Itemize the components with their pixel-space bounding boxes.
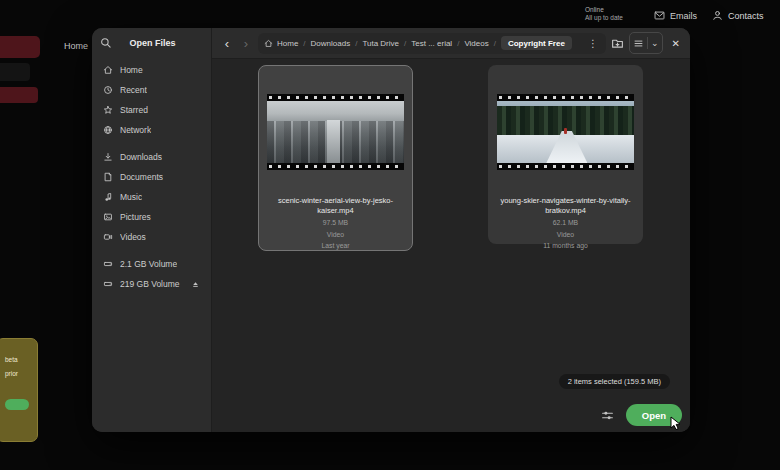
- filmstrip-bottom: [267, 163, 404, 170]
- background-list-item[interactable]: [0, 63, 30, 81]
- sidebar-item-volume-2gb[interactable]: 2.1 GB Volume: [98, 254, 205, 274]
- view-switcher: ⌄: [629, 32, 663, 54]
- search-button[interactable]: [100, 37, 112, 49]
- file-card-scenic-winter[interactable]: scenic-winter-aerial-view-by-jesko-kaise…: [258, 65, 413, 251]
- eject-icon[interactable]: [191, 280, 200, 289]
- file-type: Video: [494, 231, 637, 240]
- breadcrumb-home[interactable]: Home: [264, 39, 298, 48]
- envelope-icon: [654, 10, 665, 21]
- list-view-button[interactable]: [633, 38, 644, 49]
- sidebar-label: Videos: [120, 232, 146, 242]
- selection-status-badge: 2 items selected (159.5 MB): [559, 374, 670, 389]
- file-chooser-main: ‹ › Home / Downloads / Tuta Drive / Test…: [212, 28, 690, 432]
- filmstrip-top: [267, 94, 404, 101]
- breadcrumb-downloads[interactable]: Downloads: [311, 39, 351, 48]
- sidebar-label: Documents: [120, 172, 163, 182]
- breadcrumb-tuta-drive[interactable]: Tuta Drive: [362, 39, 399, 48]
- view-options-chevron[interactable]: ⌄: [651, 39, 659, 48]
- file-name: young-skier-navigates-winter-by-vitally-…: [494, 196, 637, 216]
- file-modified: Last year: [264, 242, 407, 251]
- contacts-label: Contacts: [728, 11, 764, 21]
- drive-icon: [103, 259, 113, 269]
- drive-icon: [103, 279, 113, 289]
- document-icon: [103, 172, 113, 182]
- home-icon: [264, 39, 273, 48]
- open-button[interactable]: Open: [626, 404, 682, 426]
- video-thumbnail: [267, 94, 404, 170]
- sidebar-label: Network: [120, 125, 151, 135]
- new-folder-button[interactable]: [611, 37, 624, 50]
- background-selected-item[interactable]: [0, 36, 40, 58]
- sidebar-item-home[interactable]: Home: [98, 60, 205, 80]
- thumbnail-image-aerial-city: [267, 101, 404, 163]
- person-icon: [712, 10, 723, 21]
- breadcrumb-separator: /: [494, 39, 496, 48]
- file-size: 97.5 MB: [264, 219, 407, 228]
- search-icon: [100, 37, 112, 49]
- close-dialog-button[interactable]: ✕: [670, 38, 682, 49]
- sidebar-item-videos[interactable]: Videos: [98, 227, 205, 247]
- video-camera-icon: [103, 232, 113, 242]
- file-modified: 11 months ago: [494, 242, 637, 251]
- sidebar-label: 219 GB Volume: [120, 279, 180, 289]
- emails-label: Emails: [670, 11, 697, 21]
- sidebar-places: Home Recent Starred Network Downloads Do…: [92, 58, 211, 296]
- sidebar-item-music[interactable]: Music: [98, 187, 205, 207]
- sidebar-item-downloads[interactable]: Downloads: [98, 147, 205, 167]
- background-home-tab[interactable]: Home: [64, 41, 88, 51]
- breadcrumb-label: Home: [277, 39, 298, 48]
- file-name: scenic-winter-aerial-view-by-jesko-kaise…: [264, 196, 407, 216]
- breadcrumb-separator: /: [355, 39, 357, 48]
- background-selected-item-2[interactable]: [0, 87, 38, 103]
- sidebar-label: Pictures: [120, 212, 151, 222]
- list-view-icon: [633, 38, 644, 49]
- notice-panel: beta prior: [0, 338, 38, 442]
- forward-button[interactable]: ›: [239, 37, 253, 50]
- sidebar-item-volume-219gb[interactable]: 219 GB Volume: [98, 274, 205, 294]
- video-thumbnail: [497, 94, 634, 170]
- network-icon: [103, 125, 113, 135]
- thumbnail-image-skier-forest: [497, 101, 634, 163]
- breadcrumb-test-material[interactable]: Test ... erial: [411, 39, 452, 48]
- sidebar-item-recent[interactable]: Recent: [98, 80, 205, 100]
- contacts-button[interactable]: Contacts: [706, 9, 770, 22]
- breadcrumb-separator: /: [303, 39, 305, 48]
- dialog-title: Open Files: [112, 38, 193, 48]
- download-icon: [103, 152, 113, 162]
- file-card-young-skier[interactable]: young-skier-navigates-winter-by-vitally-…: [488, 65, 643, 244]
- sidebar-item-starred[interactable]: Starred: [98, 100, 205, 120]
- star-icon: [103, 105, 113, 115]
- divider: [647, 37, 648, 49]
- sidebar-label: Music: [120, 192, 142, 202]
- sidebar-header: Open Files: [92, 28, 211, 58]
- home-icon: [103, 65, 113, 75]
- sidebar-label: Home: [120, 65, 143, 75]
- notice-line-2: prior: [5, 367, 33, 381]
- sidebar-label: Starred: [120, 105, 148, 115]
- file-chooser-sidebar: Open Files Home Recent Starred Network D: [92, 28, 212, 432]
- sidebar-label: 2.1 GB Volume: [120, 259, 177, 269]
- notice-confirm-button[interactable]: [5, 399, 29, 410]
- breadcrumb: Home / Downloads / Tuta Drive / Test ...…: [258, 33, 606, 54]
- sidebar-item-pictures[interactable]: Pictures: [98, 207, 205, 227]
- notice-line-1: beta: [5, 353, 33, 367]
- filmstrip-bottom: [497, 163, 634, 170]
- path-menu-button[interactable]: ⋮: [586, 38, 600, 49]
- breadcrumb-videos[interactable]: Videos: [464, 39, 488, 48]
- breadcrumb-separator: /: [457, 39, 459, 48]
- music-note-icon: [103, 192, 113, 202]
- back-button[interactable]: ‹: [220, 37, 234, 50]
- clock-icon: [103, 85, 113, 95]
- sidebar-label: Recent: [120, 85, 147, 95]
- sidebar-item-documents[interactable]: Documents: [98, 167, 205, 187]
- filter-settings-button[interactable]: [601, 409, 614, 422]
- file-type: Video: [264, 231, 407, 240]
- filmstrip-top: [497, 94, 634, 101]
- status-sync: All up to date: [585, 14, 623, 22]
- sidebar-item-network[interactable]: Network: [98, 120, 205, 140]
- breadcrumb-copyright-free[interactable]: Copyright Free: [501, 36, 572, 50]
- status-online: Online: [585, 6, 623, 14]
- emails-button[interactable]: Emails: [648, 9, 703, 22]
- sidebar-label: Downloads: [120, 152, 162, 162]
- dialog-actions: Open: [601, 404, 682, 426]
